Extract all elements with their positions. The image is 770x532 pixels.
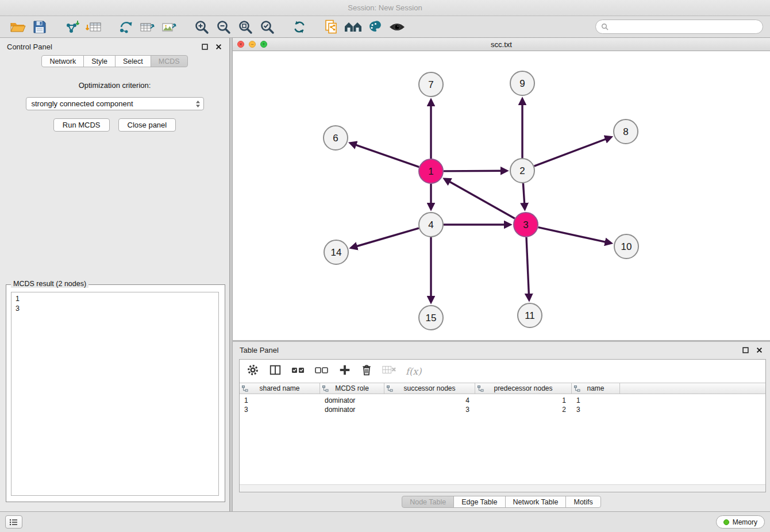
table-panel-title: Table Panel — [240, 346, 279, 354]
export-table-button[interactable] — [137, 18, 159, 36]
import-table-icon — [86, 20, 102, 34]
graph-edge-4-14[interactable] — [351, 228, 419, 248]
node-table-header-row: shared nameMCDS rolesuccessor nodesprede… — [240, 383, 765, 394]
column-attribute-icon — [478, 385, 484, 392]
table-cell: 1 — [240, 396, 320, 405]
import-network-icon — [64, 20, 80, 34]
home-button[interactable] — [342, 18, 364, 36]
graph-edge-3-11[interactable] — [526, 237, 529, 300]
network-graph[interactable]: 7968124314101511 — [233, 51, 770, 340]
style-palette-icon — [368, 20, 383, 34]
table-cell: 3 — [240, 405, 320, 414]
table-cell: 4 — [384, 396, 475, 405]
column-header-name[interactable]: name — [572, 383, 620, 394]
zoom-selected-icon — [260, 20, 275, 34]
graph-edge-2-8[interactable] — [534, 137, 611, 167]
optimization-criterion-label: Optimization criterion: — [0, 81, 229, 90]
node-table-container: f(x) shared nameMCDS rolesuccessor nodes… — [239, 359, 766, 492]
control-panel-header: Control Panel — [0, 38, 229, 55]
refresh-view-button[interactable] — [288, 18, 310, 36]
search-icon — [601, 23, 609, 30]
export-network-button[interactable] — [115, 18, 137, 36]
tab-motifs[interactable]: Motifs — [565, 496, 600, 508]
import-table-button[interactable] — [83, 18, 105, 36]
memory-button[interactable]: Memory — [716, 515, 765, 529]
table-settings-button[interactable] — [247, 364, 259, 379]
function-builder-button[interactable]: f(x) — [406, 366, 421, 377]
dropdown-arrows-icon — [195, 100, 201, 108]
export-table-icon — [140, 20, 156, 34]
column-header-predecessor-nodes[interactable]: predecessor nodes — [475, 383, 572, 394]
table-horizontal-scrollbar[interactable] — [240, 484, 765, 492]
graph-edge-1-6[interactable] — [351, 143, 419, 167]
run-mcds-button[interactable]: Run MCDS — [53, 118, 110, 132]
deselect-all-button[interactable] — [315, 364, 329, 379]
graph-node-label-1: 1 — [428, 166, 433, 177]
graph-edge-1-2[interactable] — [444, 171, 507, 171]
graph-node-label-9: 9 — [519, 78, 525, 89]
table-cell: 1 — [475, 396, 572, 405]
dropdown-value: strongly connected component — [32, 99, 133, 108]
node-table-body: 1dominator4113dominator323 — [240, 394, 765, 414]
refresh-icon — [292, 20, 307, 34]
task-history-button[interactable] — [5, 515, 22, 529]
import-network-button[interactable] — [61, 18, 83, 36]
columns-icon — [269, 364, 282, 376]
export-image-icon — [161, 20, 178, 34]
close-panel-icon[interactable] — [215, 43, 222, 51]
tab-node-table[interactable]: Node Table — [402, 496, 454, 508]
close-panel-button[interactable]: Close panel — [118, 118, 176, 132]
column-header-mcds-role[interactable]: MCDS role — [320, 383, 384, 394]
export-image-button[interactable] — [159, 18, 180, 36]
show-column-button[interactable] — [269, 364, 282, 379]
delete-row-button[interactable] — [361, 364, 372, 379]
table-row[interactable]: 1dominator411 — [240, 396, 765, 405]
column-header-shared-name[interactable]: shared name — [240, 383, 320, 394]
memory-label: Memory — [733, 518, 757, 526]
zoom-in-icon — [194, 20, 209, 34]
open-session-button[interactable] — [7, 18, 29, 36]
delete-column-button[interactable] — [382, 364, 396, 378]
search-input[interactable] — [611, 22, 757, 31]
tab-network-table[interactable]: Network Table — [505, 496, 567, 508]
zoom-fit-icon — [238, 20, 253, 34]
graph-node-label-6: 6 — [333, 133, 338, 144]
graph-edge-2-3[interactable] — [523, 183, 525, 209]
column-header-successor-nodes[interactable]: successor nodes — [384, 383, 475, 394]
graph-edge-3-10[interactable] — [538, 228, 611, 244]
table-row[interactable]: 3dominator323 — [240, 405, 765, 414]
network-window-titlebar[interactable]: × − + scc.txt — [233, 38, 770, 51]
show-hide-button[interactable] — [386, 18, 408, 36]
column-header-label: predecessor nodes — [494, 384, 552, 392]
window-close-icon[interactable]: × — [237, 41, 244, 48]
table-cell: 3 — [384, 405, 475, 414]
network-document-button[interactable] — [321, 18, 342, 36]
tab-network[interactable]: Network — [41, 55, 84, 67]
window-zoom-icon[interactable]: + — [260, 41, 267, 48]
window-title: Session: New Session — [348, 3, 422, 12]
window-minimize-icon[interactable]: − — [249, 41, 256, 48]
tab-edge-table[interactable]: Edge Table — [453, 496, 505, 508]
style-button[interactable] — [364, 18, 386, 36]
save-session-button[interactable] — [29, 18, 51, 36]
zoom-in-button[interactable] — [191, 18, 213, 36]
graph-edge-3-1[interactable] — [445, 179, 515, 218]
window-titlebar: Session: New Session — [0, 0, 770, 16]
float-table-panel-icon[interactable] — [742, 346, 749, 354]
optimization-criterion-dropdown[interactable]: strongly connected component — [26, 97, 204, 110]
toolbar-search[interactable] — [595, 20, 763, 34]
add-column-button[interactable] — [338, 364, 351, 379]
tab-style[interactable]: Style — [83, 55, 116, 67]
tab-select[interactable]: Select — [115, 55, 151, 67]
list-icon — [9, 519, 18, 526]
zoom-out-button[interactable] — [213, 18, 234, 36]
float-panel-icon[interactable] — [201, 43, 209, 51]
select-all-button[interactable] — [291, 364, 305, 379]
zoom-fit-button[interactable] — [234, 18, 256, 36]
network-canvas[interactable]: 7968124314101511 — [233, 51, 770, 340]
close-table-panel-icon[interactable] — [756, 346, 763, 354]
tab-mcds[interactable]: MCDS — [151, 55, 188, 67]
mcds-result-list[interactable]: 13 — [11, 292, 219, 496]
zoom-selected-button[interactable] — [256, 18, 278, 36]
column-attribute-icon — [387, 385, 393, 392]
